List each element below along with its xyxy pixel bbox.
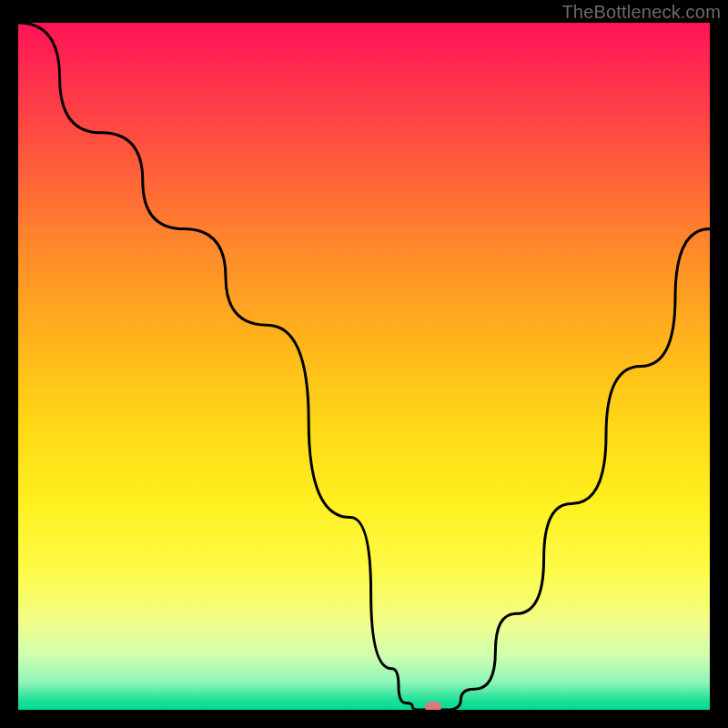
chart-frame: TheBottleneck.com (0, 0, 728, 728)
watermark-text: TheBottleneck.com (561, 2, 721, 23)
optimum-marker (425, 702, 441, 710)
plot-area (18, 23, 710, 710)
bottleneck-curve (18, 23, 710, 710)
